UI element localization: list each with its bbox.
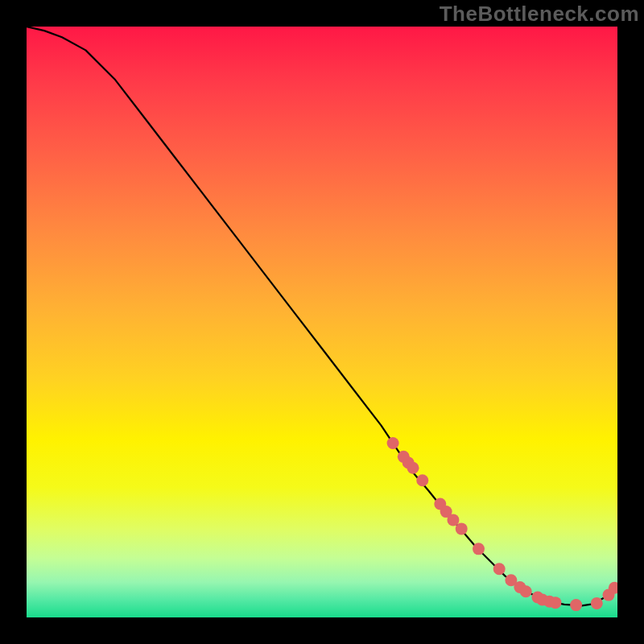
data-marker [447,514,459,526]
data-marker [493,563,506,575]
data-marker [570,599,582,611]
plot-svg [27,27,617,617]
data-marker [591,597,603,609]
plot-area [27,27,617,617]
data-marker [416,474,428,486]
watermark-text: TheBottleneck.com [440,2,639,27]
data-marker [473,543,485,555]
data-marker [520,585,532,597]
data-marker [387,437,399,449]
gradient-background [27,27,617,617]
data-marker [456,522,468,535]
chart-frame: TheBottleneck.com [0,0,644,644]
data-marker [407,462,419,474]
data-marker [549,597,561,609]
